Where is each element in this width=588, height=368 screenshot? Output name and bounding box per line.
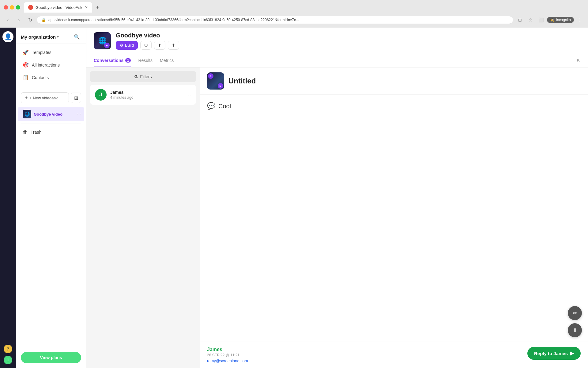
tab-metrics[interactable]: Metrics xyxy=(160,54,174,67)
search-icon: 🔍 xyxy=(74,34,80,40)
tab-title: Goodbye video | VideoAsk xyxy=(36,5,82,10)
forward-button[interactable]: › xyxy=(15,16,23,24)
fab-group: ✏ ⬆ xyxy=(568,306,582,337)
detail-footer: James 26 SEP 22 @ 11:21 ramy@screenlane.… xyxy=(200,342,588,368)
sidebar-item-all-interactions[interactable]: 🎯 All interactions xyxy=(18,59,84,71)
respondent-info: James 26 SEP 22 @ 11:21 ramy@screenlane.… xyxy=(207,347,248,363)
org-name-label: My organization xyxy=(21,34,56,40)
new-tab-button[interactable]: + xyxy=(93,3,102,12)
rocket-icon: 🚀 xyxy=(23,49,29,55)
reply-arrow-icon: ▶ xyxy=(570,351,574,356)
form-header: 🌐 ▶ Goodbye video ⚙ Build ⬡ ⬆ xyxy=(86,28,588,54)
help-button[interactable]: ? xyxy=(4,345,12,353)
browser-chrome: Goodbye video | VideoAsk ✕ + ‹ › ↻ 🔒 app… xyxy=(0,0,588,28)
new-videoask-button[interactable]: + + New videoask xyxy=(21,92,69,103)
results-tab-label: Results xyxy=(138,58,153,63)
logo-icon: 👤 xyxy=(4,33,12,40)
conv-name: James xyxy=(110,90,183,95)
response-bubble: 💬 Cool xyxy=(207,102,581,110)
respondent-name: James xyxy=(207,347,248,352)
bubble-chat-icon: 💬 xyxy=(207,102,215,110)
share-fab-icon: ⬆ xyxy=(573,327,577,334)
nav-divider xyxy=(21,86,81,86)
form-item-goodbye-video[interactable]: 🌐 Goodbye video ⋯ xyxy=(18,107,84,121)
notification-button[interactable]: 1 xyxy=(4,356,12,364)
left-nav: My organization ▾ 🔍 🚀 Templates 🎯 All in… xyxy=(16,28,86,368)
edit-fab-button[interactable]: ✏ xyxy=(568,306,582,320)
cast-icon[interactable]: ⬜ xyxy=(537,16,545,24)
conversation-item-james[interactable]: J James 4 minutes ago ⋯ xyxy=(90,85,196,105)
share-form-button[interactable]: ⬡ xyxy=(140,41,152,50)
conversations-count-badge: 1 xyxy=(125,58,131,63)
pencil-icon: ✏ xyxy=(573,310,577,316)
contacts-label: Contacts xyxy=(32,75,49,80)
new-btn-area: + + New videoask ⊞ xyxy=(16,89,86,107)
form-more-icon[interactable]: ⋯ xyxy=(77,112,81,117)
contacts-icon: 📋 xyxy=(23,75,29,80)
view-plans-button[interactable]: View plans xyxy=(21,352,81,363)
left-nav-header: My organization ▾ 🔍 xyxy=(16,28,86,44)
templates-label: Templates xyxy=(32,50,51,55)
export-icon: ⬆ xyxy=(158,43,161,48)
plus-icon: + xyxy=(25,95,28,101)
search-button[interactable]: 🔍 xyxy=(73,33,81,41)
export-button[interactable]: ⬆ xyxy=(154,41,165,50)
menu-icon[interactable]: ⋮ xyxy=(576,16,584,24)
settings-button[interactable]: ⬆ xyxy=(168,41,179,50)
url-lock-icon: 🔒 xyxy=(41,18,46,22)
tab-bar: Goodbye video | VideoAsk ✕ + xyxy=(0,0,588,12)
org-name-button[interactable]: My organization ▾ xyxy=(21,34,59,40)
play-overlay-icon: ▶ xyxy=(104,43,110,48)
build-button[interactable]: ⚙ Build xyxy=(116,41,138,50)
new-btn-row: + + New videoask ⊞ xyxy=(21,92,81,103)
back-button[interactable]: ‹ xyxy=(4,16,12,24)
tab-conversations[interactable]: Conversations 1 xyxy=(94,54,131,67)
reload-button[interactable]: ↻ xyxy=(26,16,34,24)
respondent-date: 26 SEP 22 @ 11:21 xyxy=(207,353,248,357)
detail-body: 💬 Cool xyxy=(200,95,588,342)
app: 👤 ? 1 My organization ▾ 🔍 🚀 Templates 🎯 … xyxy=(0,28,588,368)
extensions-icon[interactable]: ⊡ xyxy=(516,16,524,24)
import-button[interactable]: ⊞ xyxy=(71,93,81,103)
maximize-window-button[interactable] xyxy=(16,5,20,10)
active-tab[interactable]: Goodbye video | VideoAsk ✕ xyxy=(24,2,92,13)
app-logo[interactable]: 👤 xyxy=(2,31,13,42)
trash-label: Trash xyxy=(31,130,41,135)
conversations-panel: ⚗ Filters J James 4 minutes ago ⋯ xyxy=(86,67,200,368)
url-text: app.videoask.com/app/organizations/8b955… xyxy=(48,18,509,22)
reply-button[interactable]: Reply to James ▶ xyxy=(527,347,581,360)
bookmark-icon[interactable]: ☆ xyxy=(526,16,535,24)
refresh-button[interactable]: ↻ xyxy=(577,58,581,64)
respondent-email: ramy@screenlane.com xyxy=(207,358,248,363)
content-split: ⚗ Filters J James 4 minutes ago ⋯ xyxy=(86,67,588,368)
main-area: 🌐 ▶ Goodbye video ⚙ Build ⬡ ⬆ xyxy=(86,28,588,368)
import-icon: ⊞ xyxy=(74,95,78,101)
sidebar-item-trash[interactable]: 🗑 Trash xyxy=(18,126,84,138)
settings-icon: ⬆ xyxy=(172,43,175,48)
form-header-info: Goodbye video ⚙ Build ⬡ ⬆ ⬆ xyxy=(116,32,581,50)
detail-title: Untitled xyxy=(228,77,256,85)
incognito-label: Incognito xyxy=(556,18,571,22)
conv-more-icon[interactable]: ⋯ xyxy=(186,92,191,98)
filter-icon: ⚗ xyxy=(134,74,138,79)
close-window-button[interactable] xyxy=(4,5,8,10)
sidebar-item-templates[interactable]: 🚀 Templates xyxy=(18,46,84,58)
url-bar[interactable]: 🔒 app.videoask.com/app/organizations/8b9… xyxy=(37,16,513,24)
share-fab-button[interactable]: ⬆ xyxy=(568,323,582,337)
build-label: Build xyxy=(125,43,134,48)
detail-panel: 1 ▶ Untitled 💬 Cool ✏ xyxy=(200,67,588,368)
nav-items: 🚀 Templates 🎯 All interactions 📋 Contact… xyxy=(16,44,86,349)
tab-close-icon[interactable]: ✕ xyxy=(85,5,88,10)
form-header-thumbnail: 🌐 ▶ xyxy=(94,32,111,49)
form-thumbnail: 🌐 xyxy=(23,110,31,118)
minimize-window-button[interactable] xyxy=(10,5,14,10)
nav-divider-2 xyxy=(21,124,81,124)
browser-actions: ⊡ ☆ ⬜ 🕵 Incognito ⋮ xyxy=(516,16,584,24)
tab-results[interactable]: Results xyxy=(138,54,153,67)
sidebar-item-contacts[interactable]: 📋 Contacts xyxy=(18,71,84,83)
build-icon: ⚙ xyxy=(120,43,123,48)
incognito-badge: 🕵 Incognito xyxy=(547,17,574,23)
tab-favicon xyxy=(28,5,33,10)
trash-icon: 🗑 xyxy=(23,129,28,135)
filters-button[interactable]: ⚗ Filters xyxy=(90,71,196,82)
